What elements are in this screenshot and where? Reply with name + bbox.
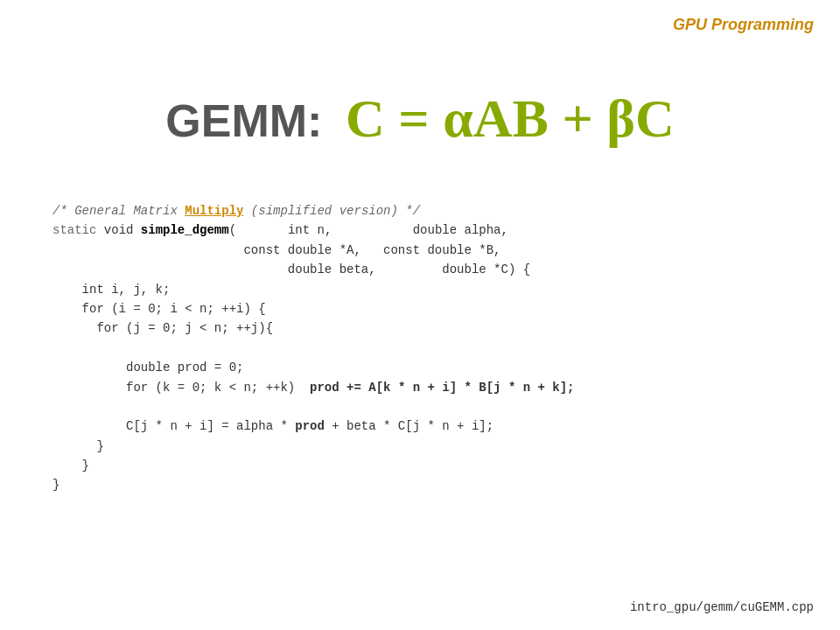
- code-line-blank1: [52, 339, 788, 358]
- code-line-10: for (k = 0; k < n; ++k) prod += A[k * n …: [52, 378, 788, 397]
- code-line-6: for (i = 0; i < n; ++i) {: [52, 299, 788, 318]
- code-line-13: }: [52, 437, 788, 456]
- title-equation: C = αAB + βC: [346, 88, 675, 148]
- title-gemm: GEMM:: [165, 95, 322, 146]
- code-area: /* General Matrix Multiply (simplified v…: [52, 201, 788, 495]
- code-line-5: int i, j, k;: [52, 280, 788, 299]
- code-line-7: for (j = 0; j < n; ++j){: [52, 318, 788, 338]
- code-line-2: static void simple_dgemm( int n, double …: [52, 220, 788, 240]
- code-line-12: C[j * n + i] = alpha * prod + beta * C[j…: [52, 416, 788, 436]
- code-line-3: const double *A, const double *B,: [52, 241, 788, 260]
- footer-label: intro_gpu/gemm/cuGEMM.cpp: [630, 600, 814, 614]
- code-line-4: double beta, double *C) {: [52, 260, 788, 279]
- code-line-blank2: [52, 397, 788, 416]
- code-line-15: }: [52, 475, 788, 494]
- code-line-14: }: [52, 456, 788, 475]
- code-line-1: /* General Matrix Multiply (simplified v…: [52, 201, 788, 220]
- title-area: GEMM: C = αAB + βC: [0, 70, 840, 167]
- code-line-9: double prod = 0;: [52, 358, 788, 377]
- header-label: GPU Programming: [673, 16, 814, 34]
